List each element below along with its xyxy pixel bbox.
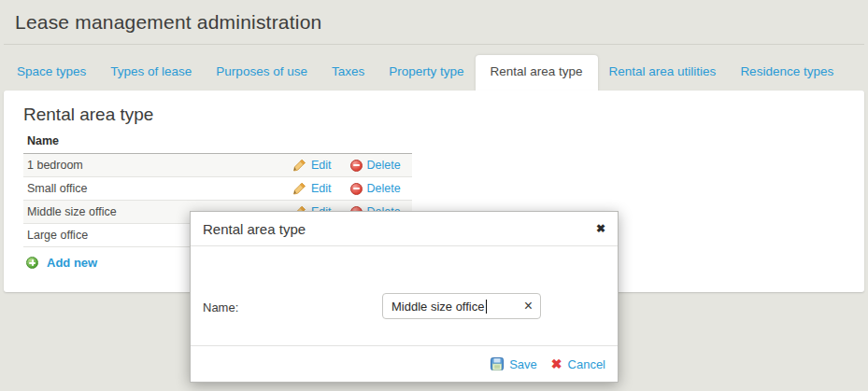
clear-input-icon[interactable]: × xyxy=(524,296,533,316)
add-new-label: Add new xyxy=(47,256,97,270)
edit-button[interactable]: Edit xyxy=(292,159,332,172)
tab-types-of-lease[interactable]: Types of lease xyxy=(110,64,192,91)
close-icon[interactable]: ✖ xyxy=(596,223,605,234)
row-name: 1 bedroom xyxy=(23,154,291,177)
row-name: Small office xyxy=(23,177,291,201)
add-plus-icon xyxy=(26,257,38,269)
save-button[interactable]: Save xyxy=(491,357,537,371)
name-field-label: Name: xyxy=(203,300,238,314)
delete-label: Delete xyxy=(367,182,401,195)
column-header-name: Name xyxy=(23,134,291,154)
column-header-actions xyxy=(291,134,412,154)
edit-label: Edit xyxy=(311,182,332,195)
pencil-icon xyxy=(292,182,306,195)
page-header: Lease management administration xyxy=(4,0,864,45)
page-title: Lease management administration xyxy=(15,11,321,34)
delete-label: Delete xyxy=(367,159,401,172)
dialog-body: Name: × xyxy=(191,246,618,346)
page: Lease management administration Space ty… xyxy=(0,0,868,391)
name-input-wrapper: × xyxy=(382,293,541,319)
tab-bar: Space typesTypes of leasePurposes of use… xyxy=(0,45,868,91)
cancel-button[interactable]: ✖ Cancel xyxy=(551,357,605,371)
tab-residence-types[interactable]: Residence types xyxy=(740,64,833,91)
tab-taxes[interactable]: Taxes xyxy=(332,64,364,91)
table-row: 1 bedroom Edit Delete xyxy=(23,154,412,177)
tab-rental-area-type[interactable]: Rental area type xyxy=(476,55,598,91)
delete-button[interactable]: Delete xyxy=(350,182,401,195)
tab-space-types[interactable]: Space types xyxy=(17,64,86,91)
tab-rental-area-utilities[interactable]: Rental area utilities xyxy=(609,64,717,91)
tab-purposes-of-use[interactable]: Purposes of use xyxy=(216,64,307,91)
delete-button[interactable]: Delete xyxy=(350,159,401,172)
table-row: Small office Edit Delete xyxy=(23,177,412,201)
dialog-title: Rental area type xyxy=(203,221,306,237)
text-caret xyxy=(486,300,487,314)
pencil-icon xyxy=(292,159,306,172)
add-new-button[interactable]: Add new xyxy=(26,256,97,270)
delete-circle-icon xyxy=(350,160,363,172)
edit-button[interactable]: Edit xyxy=(292,182,332,195)
delete-circle-icon xyxy=(350,183,363,195)
dialog-footer: Save ✖ Cancel xyxy=(191,345,618,382)
edit-label: Edit xyxy=(311,159,332,172)
table-header-row: Name xyxy=(23,134,412,154)
cancel-x-icon: ✖ xyxy=(551,357,562,370)
section-heading: Rental area type xyxy=(4,91,864,134)
dialog-header: Rental area type ✖ xyxy=(191,212,618,246)
rental-area-type-dialog: Rental area type ✖ Name: × xyxy=(190,211,619,383)
name-input[interactable] xyxy=(383,294,514,318)
save-label: Save xyxy=(509,357,537,371)
floppy-disk-icon xyxy=(491,357,504,370)
cancel-label: Cancel xyxy=(568,357,605,371)
tab-property-type[interactable]: Property type xyxy=(389,64,463,91)
